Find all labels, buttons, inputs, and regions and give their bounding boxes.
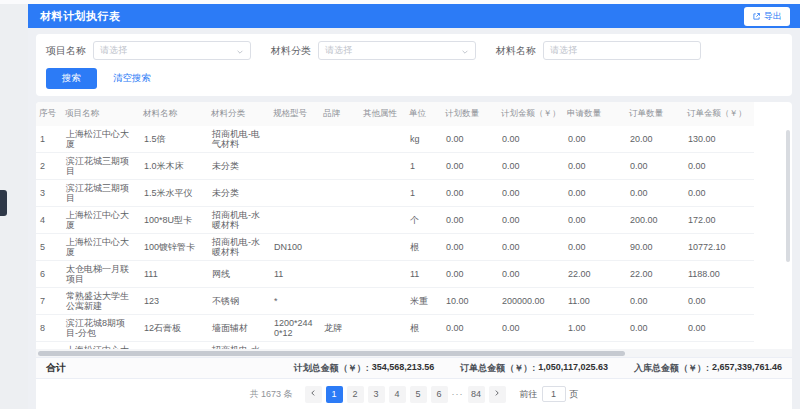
table-cell [270,180,320,207]
table-cell: 0.00 [684,288,754,315]
table-cell: 1 [406,153,442,180]
search-button[interactable]: 搜索 [46,68,97,89]
materials-table: 序号项目名称材料名称材料分类规格型号品牌其他属性单位计划数量计划金额（￥）申请数… [36,102,754,349]
filter-project-name: 项目名称 请选择 [46,41,251,60]
table-cell: 0.00 [626,288,684,315]
goto-label: 前往 [520,388,538,401]
table-row: 7常熟盛达大学生公寓新建123不锈钢*米重10.00200000.0011.00… [36,288,754,315]
page-button-3[interactable]: 3 [368,386,385,403]
column-header: 计划数量 [442,102,498,126]
plan-total: 计划总金额（￥）: 354,568,213.56 [294,362,435,375]
left-rail [0,4,28,409]
table-cell: 156.80 [684,342,754,350]
table-cell: 200000.00 [498,288,564,315]
column-header: 计划金额（￥） [498,102,564,126]
project-name-select[interactable]: 请选择 [93,41,251,60]
table-cell: 0.00 [442,153,498,180]
page-title: 材料计划执行表 [40,9,121,24]
table-cell: 1 [36,126,62,153]
filter-panel: 项目名称 请选择 材料分类 请选择 [36,34,792,96]
horizontal-scrollbar[interactable] [38,351,625,356]
table-cell [270,207,320,234]
table-cell: 0.00 [684,315,754,342]
table-cell: 0.00 [626,315,684,342]
filter-material-category: 材料分类 请选择 [271,41,476,60]
page-button-2[interactable]: 2 [347,386,364,403]
page-button-5[interactable]: 5 [410,386,427,403]
vertical-scrollbar[interactable] [786,130,790,262]
table-cell [320,126,360,153]
table-cell: 上海松江中心大厦 [62,342,140,350]
clear-search-button[interactable]: 清空搜索 [109,68,155,89]
table-cell: 10.00 [442,288,498,315]
prev-page-button[interactable] [305,386,322,403]
page-button-4[interactable]: 4 [389,386,406,403]
material-category-select[interactable]: 请选择 [318,41,476,60]
chevron-right-icon [493,389,501,399]
table-cell: 米重 [406,288,442,315]
page-button-1[interactable]: 1 [326,386,343,403]
table-cell: 0.00 [498,261,564,288]
table-cell: 4 [36,207,62,234]
table-cell: 0.00 [498,315,564,342]
table-cell: 20.00 [626,126,684,153]
export-label: 导出 [764,10,782,23]
table-row: 3滨江花城三期项目1.5米水平仪未分类10.000.000.000.000.00 [36,180,754,207]
table-cell: 1.00 [564,315,626,342]
table-cell: 0.00 [498,342,564,350]
table-cell: 0.00 [564,207,626,234]
project-name-placeholder: 请选择 [100,44,127,57]
filter-buttons: 搜索 清空搜索 [46,68,782,89]
table-cell: 0.00 [498,153,564,180]
summary-total-label: 合计 [46,361,66,375]
pager-ellipsis: ··· [452,389,464,399]
table-row: 6太仓电梯一月联项目111网线11110.000.0022.0022.00118… [36,261,754,288]
table-cell: 172.00 [684,207,754,234]
table-row: 9上海松江中心大厦150*10U型卡招商机电-水暖材料个0.000.000.00… [36,342,754,350]
table-cell: 0.00 [442,126,498,153]
table-cell: 招商机电-水暖材料 [208,207,270,234]
column-header: 规格型号 [270,102,320,126]
table-cell: 10772.10 [684,234,754,261]
plan-total-label: 计划总金额（￥）: [294,362,369,375]
table-cell: 不锈钢 [208,288,270,315]
table-cell: 1.0米木床 [140,153,208,180]
table-cell: 0.00 [442,315,498,342]
next-page-button[interactable] [489,386,506,403]
table-header-row: 序号项目名称材料名称材料分类规格型号品牌其他属性单位计划数量计划金额（￥）申请数… [36,102,754,126]
table-cell [320,261,360,288]
table-cell [360,315,406,342]
material-name-placeholder: 请选择 [550,44,577,57]
order-total: 订单总金额（￥）: 1,050,117,025.63 [460,362,608,375]
table-cell: 12石膏板 [140,315,208,342]
pager-pages: 123456 [326,386,448,403]
page-button-6[interactable]: 6 [431,386,448,403]
table-cell [360,288,406,315]
table-cell: 0.00 [564,342,626,350]
export-button[interactable]: 导出 [744,7,790,26]
column-header: 单位 [406,102,442,126]
material-category-label: 材料分类 [271,44,311,58]
table-cell: 0.00 [442,261,498,288]
page-button-last[interactable]: 84 [468,386,485,403]
table-cell: 招商机电-水暖材料 [208,342,270,350]
horizontal-scrollbar-track [36,349,792,357]
table-cell [360,207,406,234]
table-cell: 招商机电-电气材料 [208,126,270,153]
table-cell: 0.00 [626,153,684,180]
table-cell: 滨江花城三期项目 [62,153,140,180]
table-cell: 1.5倍 [140,126,208,153]
table-cell: 1200*2440*12 [270,315,320,342]
chevron-left-icon [309,389,317,399]
sidebar-collapse-handle[interactable] [0,190,7,216]
table-cell: 根 [406,234,442,261]
goto-page-input[interactable] [542,386,566,402]
table-cell: 未分类 [208,180,270,207]
material-category-placeholder: 请选择 [325,44,352,57]
table-cell: 上海松江中心大厦 [62,234,140,261]
table-cell: 100*8U型卡 [140,207,208,234]
pagination: 共 1673 条 123456 ··· 84 前往 页 [36,379,792,409]
table-cell: 0.00 [684,180,754,207]
inbound-total-value: 2,657,339,761.46 [712,362,782,375]
material-name-select[interactable]: 请选择 [543,41,701,60]
